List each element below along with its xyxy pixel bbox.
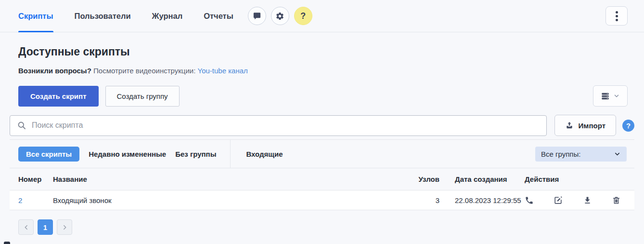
nav-icon-group: ? <box>248 7 312 25</box>
search-icon <box>17 121 26 130</box>
upload-icon <box>565 121 574 130</box>
trash-icon[interactable] <box>612 196 621 205</box>
help-line-question: Возникли вопросы? <box>18 67 91 75</box>
youtube-link[interactable]: You-tube канал <box>198 67 248 75</box>
download-icon[interactable] <box>583 196 592 205</box>
import-label: Импорт <box>579 122 605 130</box>
gear-icon <box>275 12 284 21</box>
help-button[interactable]: ? <box>294 7 312 25</box>
page-title: Доступные скрипты <box>18 45 634 58</box>
table-row: 2 Входящий звонок 3 22.08.2023 12:29:55 <box>10 190 634 210</box>
next-page-button[interactable] <box>57 219 72 235</box>
phone-icon[interactable] <box>525 196 534 205</box>
filter-chip-recently-changed[interactable]: Недавно измененные <box>89 150 166 158</box>
script-nodes-count: 3 <box>411 196 439 204</box>
group-tab-incoming[interactable]: Входящие <box>246 150 283 158</box>
col-header-actions: Действия <box>522 175 626 183</box>
chevron-down-icon <box>614 150 621 158</box>
pagination: 1 <box>18 219 634 235</box>
main-content: Доступные скрипты Возникли вопросы? Посм… <box>0 45 644 235</box>
col-header-created: Дата создания <box>439 175 522 183</box>
create-group-button[interactable]: Создать группу <box>105 86 180 107</box>
col-header-nodes: Узлов <box>411 175 439 183</box>
question-mark-icon: ? <box>300 11 306 21</box>
edit-icon[interactable] <box>554 196 563 205</box>
script-name: Входящий звонок <box>53 196 411 204</box>
page-button-1[interactable]: 1 <box>38 219 53 235</box>
more-menu-button[interactable] <box>605 6 628 26</box>
filter-bar: Все скрипты Недавно измененные Без групп… <box>10 139 634 168</box>
help-line-text: Посмотрите видеоинструкции: <box>91 67 198 75</box>
create-script-button[interactable]: Создать скрипт <box>18 86 99 107</box>
nav-tabs: Скрипты Пользователи Журнал Отчеты <box>18 0 233 32</box>
settings-button[interactable] <box>271 7 289 25</box>
script-number-link[interactable]: 2 <box>18 196 22 204</box>
chevron-right-icon <box>62 224 68 230</box>
help-line: Возникли вопросы? Посмотрите видеоинстру… <box>18 67 634 75</box>
chat-bubble-icon <box>253 12 261 20</box>
filter-divider <box>230 140 231 168</box>
top-nav: Скрипты Пользователи Журнал Отчеты ? <box>0 0 644 32</box>
nav-tab-users[interactable]: Пользователи <box>75 0 131 32</box>
search-help-icon[interactable]: ? <box>622 120 634 132</box>
search-input[interactable] <box>32 121 540 130</box>
script-created-date: 22.08.2023 12:29:55 <box>439 196 522 204</box>
list-stack-icon <box>601 92 610 101</box>
col-header-name: Название <box>53 175 411 183</box>
filter-chip-no-group[interactable]: Без группы <box>175 150 216 158</box>
kebab-icon <box>616 11 618 21</box>
search-row: Импорт ? <box>10 115 634 136</box>
chevron-left-icon <box>23 224 29 230</box>
actions-row: Создать скрипт Создать группу <box>18 85 634 107</box>
view-mode-dropdown[interactable] <box>593 85 628 107</box>
groups-select[interactable]: Все группы: <box>535 147 627 162</box>
filter-chip-all-scripts[interactable]: Все скрипты <box>18 147 79 162</box>
chat-button[interactable] <box>248 7 266 25</box>
chevron-down-icon <box>613 93 620 99</box>
nav-tab-reports[interactable]: Отчеты <box>204 0 233 32</box>
table-header: Номер Название Узлов Дата создания Дейст… <box>10 168 634 190</box>
nav-tab-scripts[interactable]: Скрипты <box>18 0 53 32</box>
nav-tab-journal[interactable]: Журнал <box>152 0 183 32</box>
bottom-edge-widget <box>4 242 10 244</box>
row-actions <box>522 196 626 205</box>
col-header-number: Номер <box>18 175 53 183</box>
groups-select-value: Все группы: <box>541 150 580 158</box>
import-button[interactable]: Импорт <box>554 115 616 136</box>
prev-page-button[interactable] <box>18 219 34 235</box>
search-box[interactable] <box>10 115 547 136</box>
